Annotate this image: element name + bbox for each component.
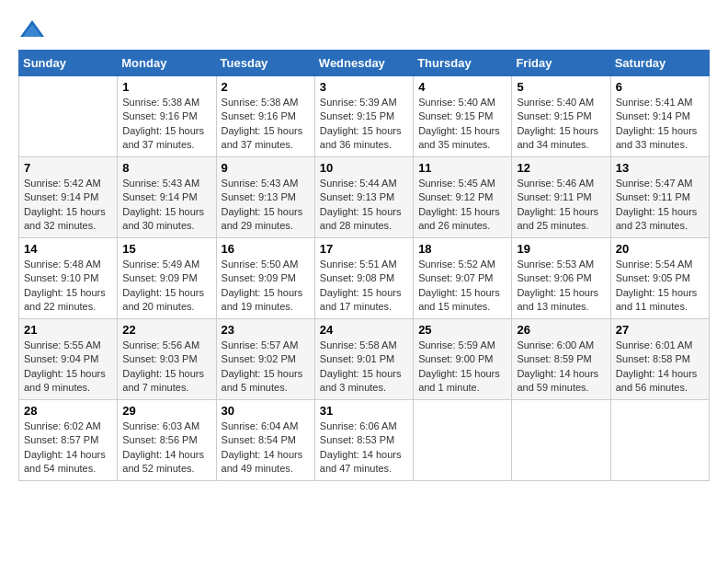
calendar-cell: 6Sunrise: 5:41 AM Sunset: 9:14 PM Daylig… [610, 76, 709, 157]
day-info: Sunrise: 5:44 AM Sunset: 9:13 PM Dayligh… [320, 177, 408, 234]
calendar-cell: 23Sunrise: 5:57 AM Sunset: 9:02 PM Dayli… [216, 319, 314, 400]
day-info: Sunrise: 6:01 AM Sunset: 8:58 PM Dayligh… [616, 339, 704, 396]
day-info: Sunrise: 5:40 AM Sunset: 9:15 PM Dayligh… [418, 96, 506, 153]
header-row: SundayMondayTuesdayWednesdayThursdayFrid… [19, 51, 710, 76]
day-number: 29 [122, 404, 210, 418]
day-number: 4 [418, 80, 506, 94]
day-number: 12 [517, 161, 605, 175]
day-info: Sunrise: 6:00 AM Sunset: 8:59 PM Dayligh… [517, 339, 605, 396]
calendar-table: SundayMondayTuesdayWednesdayThursdayFrid… [18, 50, 710, 481]
day-info: Sunrise: 5:57 AM Sunset: 9:02 PM Dayligh… [222, 339, 310, 396]
page-header [18, 18, 710, 40]
day-info: Sunrise: 5:49 AM Sunset: 9:09 PM Dayligh… [122, 258, 210, 315]
calendar-cell: 5Sunrise: 5:40 AM Sunset: 9:15 PM Daylig… [512, 76, 610, 157]
header-cell-tuesday: Tuesday [216, 51, 314, 76]
day-number: 17 [320, 242, 408, 256]
calendar-cell: 2Sunrise: 5:38 AM Sunset: 9:16 PM Daylig… [216, 76, 314, 157]
day-info: Sunrise: 5:38 AM Sunset: 9:16 PM Dayligh… [122, 96, 210, 153]
day-info: Sunrise: 5:39 AM Sunset: 9:15 PM Dayligh… [320, 96, 408, 153]
calendar-cell: 28Sunrise: 6:02 AM Sunset: 8:57 PM Dayli… [19, 400, 118, 481]
calendar-cell: 12Sunrise: 5:46 AM Sunset: 9:11 PM Dayli… [512, 157, 610, 238]
day-number: 14 [24, 242, 112, 256]
day-info: Sunrise: 5:45 AM Sunset: 9:12 PM Dayligh… [418, 177, 506, 234]
day-number: 31 [320, 404, 408, 418]
day-info: Sunrise: 5:53 AM Sunset: 9:06 PM Dayligh… [517, 258, 605, 315]
day-number: 11 [418, 161, 506, 175]
day-info: Sunrise: 5:59 AM Sunset: 9:00 PM Dayligh… [418, 339, 506, 396]
calendar-cell [610, 400, 709, 481]
day-info: Sunrise: 5:43 AM Sunset: 9:13 PM Dayligh… [222, 177, 310, 234]
calendar-cell: 18Sunrise: 5:52 AM Sunset: 9:07 PM Dayli… [414, 238, 512, 319]
day-info: Sunrise: 5:38 AM Sunset: 9:16 PM Dayligh… [222, 96, 310, 153]
calendar-cell: 4Sunrise: 5:40 AM Sunset: 9:15 PM Daylig… [414, 76, 512, 157]
day-info: Sunrise: 5:47 AM Sunset: 9:11 PM Dayligh… [616, 177, 704, 234]
week-row-5: 28Sunrise: 6:02 AM Sunset: 8:57 PM Dayli… [19, 400, 710, 481]
calendar-cell: 8Sunrise: 5:43 AM Sunset: 9:14 PM Daylig… [118, 157, 216, 238]
header-cell-friday: Friday [512, 51, 610, 76]
calendar-cell: 17Sunrise: 5:51 AM Sunset: 9:08 PM Dayli… [314, 238, 413, 319]
calendar-cell: 9Sunrise: 5:43 AM Sunset: 9:13 PM Daylig… [216, 157, 314, 238]
day-number: 25 [418, 323, 506, 337]
calendar-cell: 10Sunrise: 5:44 AM Sunset: 9:13 PM Dayli… [314, 157, 413, 238]
calendar-cell: 26Sunrise: 6:00 AM Sunset: 8:59 PM Dayli… [512, 319, 610, 400]
calendar-cell [19, 76, 118, 157]
day-info: Sunrise: 5:41 AM Sunset: 9:14 PM Dayligh… [616, 96, 704, 153]
header-cell-thursday: Thursday [414, 51, 512, 76]
day-info: Sunrise: 5:50 AM Sunset: 9:09 PM Dayligh… [222, 258, 310, 315]
calendar-cell: 22Sunrise: 5:56 AM Sunset: 9:03 PM Dayli… [118, 319, 216, 400]
calendar-cell: 16Sunrise: 5:50 AM Sunset: 9:09 PM Dayli… [216, 238, 314, 319]
day-info: Sunrise: 5:52 AM Sunset: 9:07 PM Dayligh… [418, 258, 506, 315]
week-row-4: 21Sunrise: 5:55 AM Sunset: 9:04 PM Dayli… [19, 319, 710, 400]
day-info: Sunrise: 6:03 AM Sunset: 8:56 PM Dayligh… [122, 419, 210, 477]
day-number: 23 [222, 323, 310, 337]
week-row-2: 7Sunrise: 5:42 AM Sunset: 9:14 PM Daylig… [19, 157, 710, 238]
header-cell-saturday: Saturday [610, 51, 709, 76]
calendar-cell: 13Sunrise: 5:47 AM Sunset: 9:11 PM Dayli… [610, 157, 709, 238]
day-number: 6 [616, 80, 704, 94]
logo [18, 18, 51, 40]
day-info: Sunrise: 6:04 AM Sunset: 8:54 PM Dayligh… [222, 419, 310, 477]
day-number: 8 [122, 161, 210, 175]
calendar-body: 1Sunrise: 5:38 AM Sunset: 9:16 PM Daylig… [19, 76, 710, 481]
calendar-cell: 14Sunrise: 5:48 AM Sunset: 9:10 PM Dayli… [19, 238, 118, 319]
calendar-cell: 7Sunrise: 5:42 AM Sunset: 9:14 PM Daylig… [19, 157, 118, 238]
day-info: Sunrise: 5:43 AM Sunset: 9:14 PM Dayligh… [122, 177, 210, 234]
day-number: 24 [320, 323, 408, 337]
calendar-cell [512, 400, 610, 481]
calendar-cell: 25Sunrise: 5:59 AM Sunset: 9:00 PM Dayli… [414, 319, 512, 400]
day-info: Sunrise: 5:58 AM Sunset: 9:01 PM Dayligh… [320, 339, 408, 396]
day-number: 22 [122, 323, 210, 337]
day-info: Sunrise: 5:51 AM Sunset: 9:08 PM Dayligh… [320, 258, 408, 315]
day-info: Sunrise: 5:40 AM Sunset: 9:15 PM Dayligh… [517, 96, 605, 153]
day-info: Sunrise: 5:48 AM Sunset: 9:10 PM Dayligh… [24, 258, 112, 315]
header-cell-sunday: Sunday [19, 51, 118, 76]
week-row-3: 14Sunrise: 5:48 AM Sunset: 9:10 PM Dayli… [19, 238, 710, 319]
day-number: 20 [616, 242, 704, 256]
day-number: 3 [320, 80, 408, 94]
day-number: 15 [122, 242, 210, 256]
logo-icon [18, 18, 46, 40]
day-number: 26 [517, 323, 605, 337]
day-number: 27 [616, 323, 704, 337]
day-number: 7 [24, 161, 112, 175]
header-cell-monday: Monday [118, 51, 216, 76]
calendar-cell: 29Sunrise: 6:03 AM Sunset: 8:56 PM Dayli… [118, 400, 216, 481]
day-number: 5 [517, 80, 605, 94]
day-number: 16 [222, 242, 310, 256]
calendar-cell [414, 400, 512, 481]
day-info: Sunrise: 5:46 AM Sunset: 9:11 PM Dayligh… [517, 177, 605, 234]
day-number: 1 [122, 80, 210, 94]
week-row-1: 1Sunrise: 5:38 AM Sunset: 9:16 PM Daylig… [19, 76, 710, 157]
day-number: 13 [616, 161, 704, 175]
calendar-cell: 3Sunrise: 5:39 AM Sunset: 9:15 PM Daylig… [314, 76, 413, 157]
calendar-cell: 27Sunrise: 6:01 AM Sunset: 8:58 PM Dayli… [610, 319, 709, 400]
day-number: 21 [24, 323, 112, 337]
day-info: Sunrise: 6:02 AM Sunset: 8:57 PM Dayligh… [24, 419, 112, 477]
calendar-cell: 21Sunrise: 5:55 AM Sunset: 9:04 PM Dayli… [19, 319, 118, 400]
day-number: 9 [222, 161, 310, 175]
day-info: Sunrise: 6:06 AM Sunset: 8:53 PM Dayligh… [320, 419, 408, 477]
calendar-cell: 30Sunrise: 6:04 AM Sunset: 8:54 PM Dayli… [216, 400, 314, 481]
calendar-cell: 31Sunrise: 6:06 AM Sunset: 8:53 PM Dayli… [314, 400, 413, 481]
calendar-cell: 11Sunrise: 5:45 AM Sunset: 9:12 PM Dayli… [414, 157, 512, 238]
calendar-cell: 20Sunrise: 5:54 AM Sunset: 9:05 PM Dayli… [610, 238, 709, 319]
